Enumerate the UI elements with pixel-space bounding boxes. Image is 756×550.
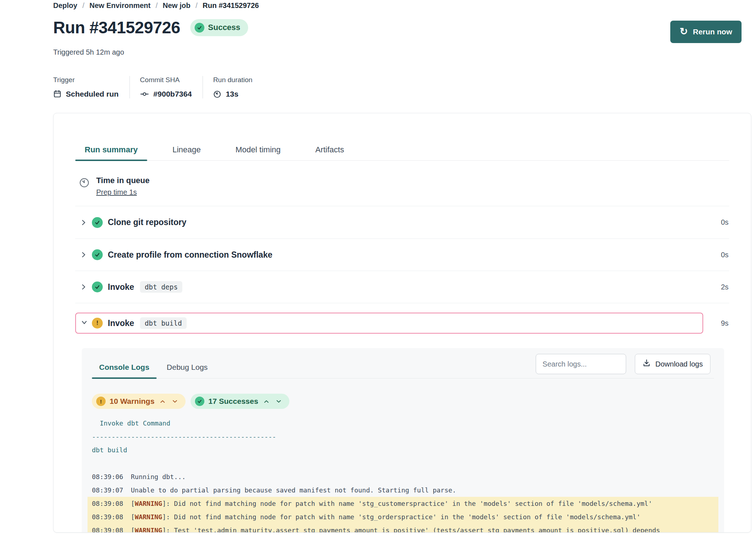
warning-level-label: WARNING (135, 500, 162, 507)
meta-duration-value: 13s (226, 90, 238, 98)
breadcrumb-separator: / (195, 1, 198, 10)
page-title: Run #341529726 (53, 18, 180, 37)
step-label: Invoke (108, 282, 134, 292)
success-check-icon (92, 249, 103, 260)
download-logs-button[interactable]: Download logs (635, 354, 710, 374)
step-command-chip: dbt deps (140, 281, 183, 293)
log-warning-line: 08:39:08[WARNING]: Did not find matching… (88, 497, 718, 510)
tab-model-timing[interactable]: Model timing (226, 145, 290, 160)
run-summary-card: Run summary Lineage Model timing Artifac… (53, 113, 751, 533)
calendar-icon (53, 90, 61, 98)
breadcrumb-run: Run #341529726 (203, 1, 259, 10)
log-warning-line: 08:39:08[WARNING]: Did not find matching… (88, 510, 718, 524)
log-line: 08:39:06Running dbt... (92, 470, 714, 483)
chevron-up-icon[interactable] (262, 398, 271, 405)
meta-trigger-label: Trigger (53, 76, 119, 84)
log-output: Invoke dbt Command ---------------------… (92, 416, 714, 533)
breadcrumb: Deploy / New Environment / New job / Run… (53, 1, 751, 10)
step-command-chip: dbt build (140, 317, 187, 329)
step-create-profile[interactable]: Create profile from connection Snowflake… (75, 238, 729, 271)
tab-artifacts[interactable]: Artifacts (306, 145, 353, 160)
breadcrumb-deploy[interactable]: Deploy (53, 1, 77, 10)
meta-commit: Commit SHA #900b7364 (129, 76, 203, 98)
tab-lineage[interactable]: Lineage (163, 145, 210, 160)
queue-clock-icon (79, 177, 90, 196)
chevron-down-icon[interactable] (275, 398, 283, 405)
step-duration: 9s (710, 319, 729, 327)
success-check-icon (195, 23, 204, 33)
clock-icon (213, 90, 221, 98)
meta-commit-value: #900b7364 (153, 90, 192, 98)
step-duration: 0s (710, 218, 729, 227)
chevron-right-icon[interactable] (80, 219, 88, 227)
breadcrumb-environment[interactable]: New Environment (89, 1, 150, 10)
log-line: Invoke dbt Command (92, 416, 714, 430)
log-timestamp: 08:39:08 (92, 513, 123, 521)
prep-time-link[interactable]: Prep time 1s (96, 188, 137, 196)
step-invoke-dbt-deps[interactable]: Invoke dbt deps 2s (75, 271, 729, 303)
rerun-now-label: Rerun now (693, 28, 732, 36)
step-label: Invoke (108, 318, 134, 328)
warning-level-label: WARNING (135, 526, 162, 533)
step-clone-git-repository[interactable]: Clone git repository 0s (75, 206, 729, 238)
step-duration: 2s (710, 283, 729, 291)
warning-icon: ! (92, 318, 103, 329)
tab-console-logs[interactable]: Console Logs (92, 363, 157, 378)
breadcrumb-separator: / (156, 1, 158, 10)
step-label: Create profile from connection Snowflake (108, 250, 272, 260)
log-warning-line: 08:39:08[WARNING]: Test 'test.admin_matu… (88, 524, 718, 533)
download-logs-label: Download logs (655, 360, 703, 368)
chevron-right-icon[interactable] (80, 283, 88, 291)
success-check-icon (92, 217, 103, 228)
logs-panel: Console Logs Debug Logs Download logs ! (82, 348, 724, 533)
chevron-up-icon[interactable] (158, 398, 167, 405)
run-detail-page: Deploy / New Environment / New job / Run… (0, 0, 756, 533)
breadcrumb-job[interactable]: New job (163, 1, 191, 10)
status-badge: Success (190, 19, 248, 36)
tab-debug-logs[interactable]: Debug Logs (160, 363, 215, 378)
logs-controls: Download logs (536, 354, 710, 374)
step-invoke-dbt-build[interactable]: ! Invoke dbt build (75, 313, 703, 334)
log-line: dbt build (92, 443, 714, 457)
meta-duration: Run duration 13s (203, 76, 263, 98)
log-line: 08:39:07Unable to do partial parsing bec… (92, 483, 714, 497)
rerun-now-button[interactable]: ↻ Rerun now (670, 21, 742, 43)
time-in-queue-section: Time in queue Prep time 1s (75, 161, 729, 206)
log-timestamp: 08:39:08 (92, 500, 123, 507)
tab-run-summary[interactable]: Run summary (75, 145, 147, 160)
log-blank-line (92, 457, 714, 470)
title-row: Run #341529726 Success ↻ Rerun now (53, 18, 751, 43)
chevron-right-icon[interactable] (80, 251, 88, 259)
warnings-badge[interactable]: ! 10 Warnings (92, 394, 186, 409)
log-timestamp: 08:39:07 (92, 486, 123, 494)
triggered-timestamp: Triggered 5h 12m ago (53, 48, 751, 56)
warning-level-label: WARNING (135, 513, 162, 521)
successes-badge[interactable]: 17 Successes (191, 394, 289, 409)
step-invoke-dbt-build-wrap: ! Invoke dbt build 9s (75, 303, 729, 348)
log-filter-badges: ! 10 Warnings 17 Successes (92, 394, 714, 409)
meta-trigger: Trigger Scheduled run (53, 76, 129, 98)
log-timestamp: 08:39:08 (92, 526, 123, 533)
meta-trigger-value: Scheduled run (66, 90, 119, 98)
meta-commit-label: Commit SHA (140, 76, 192, 84)
logs-tabs: Console Logs Debug Logs (92, 363, 215, 378)
warning-icon: ! (96, 397, 106, 406)
logs-header: Console Logs Debug Logs Download logs (92, 348, 714, 378)
search-logs-input[interactable] (536, 354, 626, 374)
run-tabs: Run summary Lineage Model timing Artifac… (75, 145, 729, 161)
step-duration: 0s (710, 251, 729, 259)
step-label: Clone git repository (108, 217, 186, 227)
chevron-down-icon[interactable] (171, 398, 179, 405)
breadcrumb-separator: / (82, 1, 85, 10)
status-badge-label: Success (208, 23, 240, 32)
success-check-icon (195, 397, 204, 406)
chevron-down-icon[interactable] (80, 318, 88, 328)
success-check-icon (92, 282, 103, 292)
refresh-icon: ↻ (680, 27, 688, 37)
warnings-count: 10 Warnings (110, 397, 154, 406)
log-line: ----------------------------------------… (92, 430, 714, 443)
run-metadata: Trigger Scheduled run Commit SHA #900b73… (53, 76, 751, 98)
log-timestamp: 08:39:06 (92, 473, 123, 481)
download-icon (642, 359, 651, 369)
successes-count: 17 Successes (208, 397, 258, 406)
